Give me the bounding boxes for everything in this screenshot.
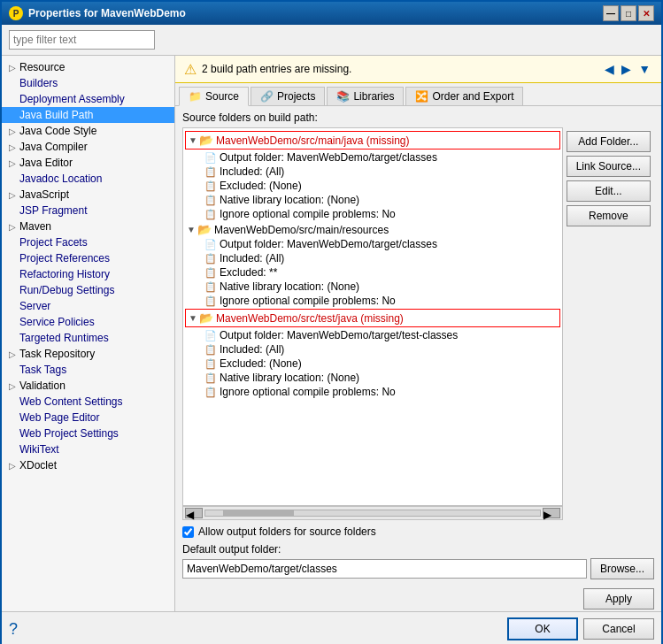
tree-row[interactable]: ▼ 📂 MavenWebDemo/src/test/java (missing): [187, 310, 559, 326]
projects-tab-icon: 🔗: [260, 90, 274, 103]
sidebar-item-javadoc-location[interactable]: Javadoc Location: [2, 171, 174, 187]
cancel-button[interactable]: Cancel: [583, 618, 654, 640]
tab-libraries[interactable]: 📚 Libraries: [327, 87, 404, 105]
checkbox-label: Allow output folders for source folders: [198, 525, 376, 538]
edit-button[interactable]: Edit...: [567, 180, 651, 202]
expand-arrow: ▷: [9, 222, 16, 232]
expand-arrow: ▷: [9, 158, 16, 168]
link-source-button[interactable]: Link Source...: [567, 156, 651, 177]
leaf-icon: 📋: [204, 358, 217, 370]
source-label: Source folders on build path:: [182, 111, 654, 124]
sidebar-item-javascript[interactable]: ▷ JavaScript: [2, 187, 174, 203]
sidebar-item-deployment-assembly[interactable]: Deployment Assembly: [2, 91, 174, 107]
sidebar-item-java-editor[interactable]: ▷ Java Editor: [2, 155, 174, 171]
scroll-right[interactable]: ▶: [543, 508, 560, 518]
leaf-icon: 📋: [204, 387, 217, 398]
browse-button[interactable]: Browse...: [590, 558, 654, 579]
folder-icon: 📂: [199, 134, 213, 147]
scroll-thumb: [223, 510, 294, 516]
help-icon[interactable]: ?: [9, 620, 18, 639]
maximize-button[interactable]: □: [621, 5, 636, 21]
output-folder-input[interactable]: [182, 559, 587, 579]
sidebar-item-task-repository[interactable]: ▷ Task Repository: [2, 346, 174, 362]
tree-row: 📋 Ignore optional compile problems: No: [185, 294, 560, 308]
minimize-button[interactable]: —: [603, 5, 619, 21]
sidebar-item-java-code-style[interactable]: ▷ Java Code Style: [2, 123, 174, 139]
add-folder-button[interactable]: Add Folder...: [567, 131, 651, 152]
folder-icon: 📂: [197, 223, 212, 236]
scroll-left[interactable]: ◀: [185, 508, 203, 518]
title-controls: — □ ✕: [603, 5, 654, 21]
sidebar-item-jsp-fragment[interactable]: JSP Fragment: [2, 203, 174, 218]
tree-and-buttons: ▼ 📂 MavenWebDemo/src/main/java (missing)…: [182, 127, 654, 520]
apply-button[interactable]: Apply: [583, 588, 654, 610]
sidebar-item-web-project-settings[interactable]: Web Project Settings: [2, 426, 174, 441]
sidebar-item-resource[interactable]: ▷ Resource: [2, 59, 174, 75]
properties-dialog: P Properties for MavenWebDemo — □ ✕ ▷ Re…: [0, 0, 663, 644]
sidebar-item-project-references[interactable]: Project References: [2, 250, 174, 266]
sidebar-item-service-policies[interactable]: Service Policies: [2, 314, 174, 330]
sidebar-item-java-build-path[interactable]: Java Build Path: [2, 107, 174, 123]
leaf-icon: 📋: [204, 195, 217, 206]
nav-dropdown-button[interactable]: ▼: [636, 60, 652, 78]
remove-button[interactable]: Remove: [567, 205, 651, 226]
checkbox-row: Allow output folders for source folders: [182, 525, 654, 538]
tab-source[interactable]: 📁 Source: [179, 87, 249, 106]
tree-expand-icon[interactable]: ▼: [189, 135, 199, 145]
tree-item-text: Ignore optional compile problems: No: [220, 208, 396, 220]
tree-expand-icon[interactable]: ▼: [187, 225, 197, 234]
tree-expand-icon[interactable]: ▼: [189, 313, 199, 323]
tree-row: 📋 Excluded: **: [185, 265, 560, 280]
sidebar-item-java-compiler[interactable]: ▷ Java Compiler: [2, 139, 174, 155]
leaf-icon: 📋: [204, 267, 217, 279]
sidebar-item-refactoring-history[interactable]: Refactoring History: [2, 266, 174, 282]
leaf-icon: 📋: [204, 166, 217, 178]
tree-row: 📋 Native library location: (None): [185, 193, 560, 207]
sidebar-item-web-page-editor[interactable]: Web Page Editor: [2, 410, 174, 426]
sidebar-item-server[interactable]: Server: [2, 298, 174, 314]
output-folders-checkbox[interactable]: [182, 526, 194, 538]
sidebar-item-project-facets[interactable]: Project Facets: [2, 234, 174, 250]
title-bar: P Properties for MavenWebDemo — □ ✕: [2, 2, 661, 25]
ok-button[interactable]: OK: [507, 617, 578, 640]
dialog-body: ▷ Resource Builders Deployment Assembly …: [2, 25, 661, 644]
source-tree[interactable]: ▼ 📂 MavenWebDemo/src/main/java (missing)…: [182, 127, 563, 506]
nav-forward-button[interactable]: ▶: [620, 60, 633, 78]
expand-arrow: ▷: [9, 190, 16, 200]
tree-row: 📋 Excluded: (None): [185, 356, 560, 371]
tree-item-text: Included: (All): [220, 343, 284, 356]
apply-row: Apply: [175, 585, 661, 611]
search-bar: [2, 25, 661, 56]
main-panel: ⚠ 2 build path entries are missing. ◀ ▶ …: [175, 56, 661, 611]
warning-icon: ⚠: [184, 61, 197, 78]
tab-order-label: Order and Export: [432, 90, 513, 103]
sidebar-item-xdoclet[interactable]: ▷ XDoclet: [2, 457, 174, 473]
libraries-tab-icon: 📚: [336, 90, 350, 103]
tree-row[interactable]: ▼ 📂 MavenWebDemo/src/main/java (missing): [187, 133, 559, 148]
sidebar-item-run-debug-settings[interactable]: Run/Debug Settings: [2, 282, 174, 298]
sidebar-item-web-content-settings[interactable]: Web Content Settings: [2, 394, 174, 410]
nav-back-button[interactable]: ◀: [603, 60, 616, 78]
close-button[interactable]: ✕: [638, 5, 654, 21]
tree-item-text: Output folder: MavenWebDemo/target/class…: [220, 151, 437, 164]
tab-libraries-label: Libraries: [353, 90, 394, 103]
horizontal-scrollbar[interactable]: ◀ ▶: [182, 506, 563, 520]
source-tab-icon: 📁: [189, 90, 202, 103]
sidebar-item-builders[interactable]: Builders: [2, 75, 174, 91]
filter-input[interactable]: [9, 30, 155, 50]
tree-row[interactable]: ▼ 📂 MavenWebDemo/src/main/resources: [185, 222, 560, 237]
sidebar-item-validation[interactable]: ▷ Validation: [2, 378, 174, 394]
leaf-icon: 📋: [204, 281, 217, 293]
sidebar-item-targeted-runtimes[interactable]: Targeted Runtimes: [2, 330, 174, 346]
right-buttons-panel: Add Folder... Link Source... Edit... Rem…: [563, 127, 654, 520]
sidebar-label: Java Code Style: [19, 125, 96, 137]
sidebar-item-wikitext[interactable]: WikiText: [2, 441, 174, 457]
sidebar-item-task-tags[interactable]: Task Tags: [2, 362, 174, 378]
tree-row: 📋 Ignore optional compile problems: No: [185, 385, 560, 399]
tree-row: 📋 Native library location: (None): [185, 371, 560, 385]
order-tab-icon: 🔀: [415, 90, 428, 103]
tab-order-export[interactable]: 🔀 Order and Export: [405, 87, 523, 105]
tab-projects[interactable]: 🔗 Projects: [251, 87, 325, 105]
tree-item-text: Output folder: MavenWebDemo/target/test-…: [220, 329, 458, 341]
sidebar-item-maven[interactable]: ▷ Maven: [2, 218, 174, 234]
